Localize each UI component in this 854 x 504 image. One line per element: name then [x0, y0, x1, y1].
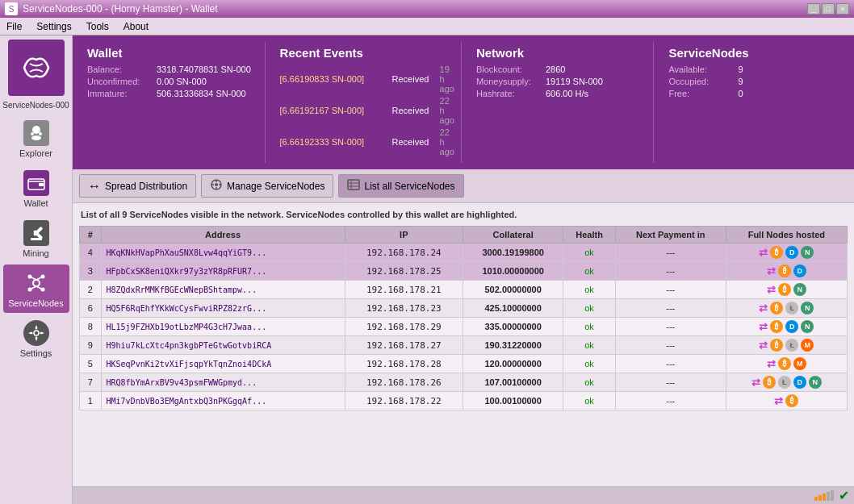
svg-rect-5 — [39, 183, 44, 186]
col-fullnodes: Full Nodes hosted — [726, 227, 847, 244]
cell-address: HRQ8fbYmArxBV9v43psmFWWGpmyd... — [101, 373, 345, 392]
cell-fullnodes: ⇄₿N — [726, 281, 847, 299]
menu-about[interactable]: About — [120, 20, 152, 33]
toolbar: ↔ Spread Distribution Manage ServiceNode… — [73, 169, 854, 203]
cell-health: ok — [563, 299, 616, 318]
cell-num: 1 — [80, 392, 102, 410]
available-value: 9 — [738, 65, 743, 74]
cell-ip: 192.168.178.22 — [345, 392, 463, 410]
cell-num: 5 — [80, 355, 102, 373]
unconfirmed-value: 0.00 SN-000 — [157, 77, 207, 86]
mining-label: Mining — [23, 248, 48, 258]
btc-icon: ₿ — [785, 394, 798, 407]
window-title: ServiceNodes-000 - (Horny Hamster) - Wal… — [23, 3, 218, 15]
cell-ip: 192.168.178.25 — [345, 262, 463, 281]
arrows-icon: ⇄ — [759, 302, 768, 314]
event-time-2: 22 h ago — [440, 96, 454, 125]
blockcount-label: Blockcount: — [476, 65, 541, 74]
svg-point-18 — [34, 331, 39, 335]
svg-point-2 — [31, 132, 34, 135]
balance-label: Balance: — [87, 65, 152, 74]
arrows-icon: ⇄ — [759, 339, 768, 352]
col-collateral: Collateral — [463, 227, 563, 244]
cell-nextpayment: --- — [615, 336, 726, 355]
sidebar-item-settings[interactable]: Settings — [3, 314, 69, 363]
maximize-button[interactable]: □ — [822, 3, 835, 15]
svg-point-9 — [33, 280, 40, 286]
cell-fullnodes: ⇄₿ŁN — [726, 299, 847, 318]
cell-health: ok — [563, 392, 616, 410]
main-layout: ServiceNodes-000 Explorer Wall — [0, 35, 854, 504]
table-row: 2 H8ZQdxRrMMKfBGEcWNepBShtampw... 192.16… — [80, 281, 848, 299]
cell-address: HFpbCxSK8eniQXkr97y3zYR8pRFUR7... — [101, 262, 345, 281]
manage-icon — [210, 178, 223, 194]
arrows-icon: ⇄ — [774, 395, 783, 407]
dash-icon: D — [793, 264, 806, 277]
minimize-button[interactable]: _ — [807, 3, 820, 15]
settings-label: Settings — [20, 348, 52, 358]
cell-nextpayment: --- — [615, 373, 726, 392]
title-bar: S ServiceNodes-000 - (Horny Hamster) - W… — [0, 0, 854, 18]
arrows-icon: ⇄ — [751, 377, 760, 389]
cell-fullnodes: ⇄₿ŁM — [726, 336, 847, 355]
cell-nextpayment: --- — [615, 244, 726, 262]
cell-collateral: 1010.00000000 — [463, 262, 563, 281]
signal-bar-5 — [831, 490, 834, 501]
signal-bar-4 — [827, 492, 830, 501]
menu-tools[interactable]: Tools — [83, 20, 112, 33]
svg-rect-8 — [31, 238, 42, 240]
explorer-icon — [23, 120, 49, 146]
cell-num: 2 — [80, 281, 102, 299]
manage-servicenodes-button[interactable]: Manage ServiceNodes — [201, 174, 333, 198]
cell-fullnodes: ⇄₿DN — [726, 244, 847, 262]
free-value: 0 — [738, 89, 743, 98]
info-panels: Wallet Balance: 3318.74078831 SN-000 Unc… — [73, 35, 854, 169]
wallet-panel-title: Wallet — [87, 46, 258, 60]
menu-settings[interactable]: Settings — [33, 20, 74, 33]
menu-file[interactable]: File — [3, 20, 25, 33]
cell-address: HKSeqPvnKi2tvXiFjsqpYkTqnZnoi4DCkA — [101, 355, 345, 373]
window-controls[interactable]: _ □ × — [807, 3, 849, 15]
sidebar-item-servicenodes[interactable]: ServiceNodes — [3, 264, 69, 313]
cell-health: ok — [563, 373, 616, 392]
cell-address: H8ZQdxRrMMKfBGEcWNepBShtampw... — [101, 281, 345, 299]
cell-nextpayment: --- — [615, 281, 726, 299]
explorer-label: Explorer — [19, 148, 52, 158]
cell-nextpayment: --- — [615, 262, 726, 281]
sidebar-item-explorer[interactable]: Explorer — [3, 115, 69, 163]
list-all-servicenodes-button[interactable]: List all ServiceNodes — [338, 174, 463, 198]
sidebar-item-mining[interactable]: Mining — [3, 215, 69, 263]
available-label: Available: — [668, 65, 733, 74]
cell-fullnodes: ⇄₿D — [726, 262, 847, 281]
close-button[interactable]: × — [836, 3, 849, 15]
list-all-servicenodes-label: List all ServiceNodes — [364, 181, 454, 192]
cell-fullnodes: ⇄₿ — [726, 392, 847, 410]
cell-ip: 192.168.178.28 — [345, 355, 463, 373]
btc-icon: ₿ — [770, 339, 783, 352]
sidebar-item-wallet[interactable]: Wallet — [3, 165, 69, 213]
free-row: Free: 0 — [668, 89, 839, 98]
arrows-icon: ⇄ — [767, 265, 776, 277]
event-amount-2: [6.66192167 SN-000] — [280, 106, 389, 115]
network-panel: Network Blockcount: 2860 Moneysupply: 19… — [470, 42, 655, 163]
occupied-value: 9 — [738, 77, 743, 86]
free-label: Free: — [668, 89, 733, 98]
cell-fullnodes: ⇄₿ŁDN — [726, 373, 847, 392]
servicenodes-table: # Address IP Collateral Health Next Paym… — [79, 226, 848, 410]
settings-icon — [23, 320, 49, 346]
event-type-1: Received — [392, 74, 437, 84]
cell-health: ok — [563, 336, 616, 355]
cell-num: 6 — [80, 299, 102, 318]
spread-distribution-button[interactable]: ↔ Spread Distribution — [79, 174, 196, 198]
list-icon — [347, 178, 360, 194]
event-time-1: 19 h ago — [440, 65, 454, 94]
svg-point-0 — [32, 126, 40, 134]
immature-value: 506.31336834 SN-000 — [157, 89, 246, 98]
btc-icon: ₿ — [778, 357, 791, 370]
btc-icon: ₿ — [770, 320, 783, 333]
hashrate-row: Hashrate: 606.00 H/s — [476, 89, 647, 98]
cell-collateral: 120.00000000 — [463, 355, 563, 373]
app-icon: S — [5, 2, 18, 15]
content-area: Wallet Balance: 3318.74078831 SN-000 Unc… — [73, 35, 854, 504]
table-row: 5 HKSeqPvnKi2tvXiFjsqpYkTqnZnoi4DCkA 192… — [80, 355, 848, 373]
